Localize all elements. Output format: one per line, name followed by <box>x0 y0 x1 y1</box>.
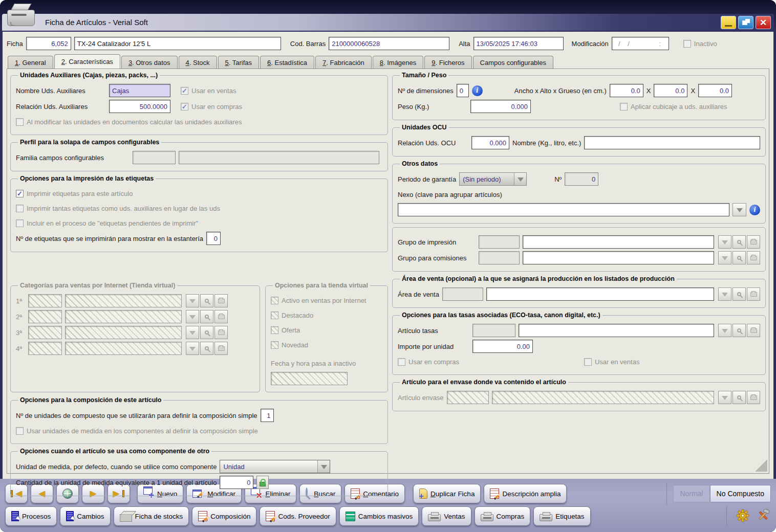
tab-tarifas[interactable]: 5. Tarifas <box>218 56 260 69</box>
tab-campos-configurables[interactable]: Campos configurables <box>473 56 553 69</box>
search-button[interactable] <box>732 251 746 264</box>
categoria-4-code-input[interactable] <box>28 342 62 355</box>
tab-fabricacion[interactable]: 7. Fabricación <box>315 56 372 69</box>
search-button[interactable] <box>732 235 746 249</box>
info-icon[interactable]: i <box>749 205 760 215</box>
info-icon[interactable]: i <box>472 85 483 96</box>
dropdown-button[interactable] <box>718 391 731 404</box>
dropdown-button[interactable] <box>718 251 731 264</box>
search-button[interactable] <box>732 324 746 337</box>
tab-ficheros[interactable]: 9. Ficheros <box>424 56 471 69</box>
unidad-medida-dropdown[interactable]: Unidad <box>220 460 330 473</box>
tools-icon[interactable] <box>757 509 771 524</box>
grupo-comisiones-name-input[interactable] <box>523 251 714 264</box>
usar-ventas-checkbox[interactable]: ✓ <box>181 87 188 95</box>
browse-button[interactable] <box>747 287 760 301</box>
descripcion-amplia-button[interactable]: Descripción amplia <box>484 484 567 503</box>
gear-icon[interactable] <box>736 509 749 524</box>
cubicaje-checkbox[interactable] <box>620 103 628 110</box>
dropdown-button[interactable] <box>718 287 731 301</box>
articulo-tasas-code-input[interactable] <box>472 324 515 337</box>
resize-grip[interactable] <box>755 459 767 472</box>
articulo-envase-code-input[interactable] <box>447 391 489 404</box>
cantidad-unidad-input[interactable]: 0 <box>220 476 253 489</box>
grupo-impresion-name-input[interactable] <box>523 235 714 249</box>
activo-internet-checkbox[interactable] <box>271 297 278 304</box>
search-button[interactable] <box>200 342 213 355</box>
garantia-dropdown[interactable]: (Sin periodo) <box>459 172 527 186</box>
articulo-tasas-name-input[interactable] <box>519 324 714 337</box>
dropdown-button[interactable] <box>186 310 199 323</box>
composicion-button[interactable]: Composición <box>192 506 256 526</box>
etiquetas-button[interactable]: Etiquetas <box>533 506 590 526</box>
browse-button[interactable] <box>214 294 228 307</box>
inactivo-checkbox[interactable] <box>683 40 691 48</box>
categoria-3-code-input[interactable] <box>28 326 62 339</box>
search-button[interactable] <box>732 391 746 404</box>
alta-field[interactable]: 13/05/2025 17:46:03 <box>473 37 564 50</box>
importe-unidad-input[interactable]: 0.00 <box>472 340 533 353</box>
search-button[interactable] <box>200 310 213 323</box>
usar-compras-checkbox[interactable]: ✓ <box>181 103 188 110</box>
peso-input[interactable]: 0.000 <box>470 100 531 113</box>
categoria-1-name-input[interactable] <box>65 294 182 307</box>
nexo-input[interactable] <box>398 203 729 216</box>
dropdown-button[interactable] <box>718 324 731 337</box>
compras-button[interactable]: Compras <box>475 506 531 526</box>
imprimir-tantas-checkbox[interactable] <box>16 205 24 212</box>
ancho-input[interactable]: 0.0 <box>610 84 643 97</box>
tab-imagenes[interactable]: 8. Imágenes <box>373 56 424 69</box>
tasas-usar-ventas-checkbox[interactable] <box>584 358 592 366</box>
cod-barras-field[interactable]: 2100000060528 <box>329 37 449 50</box>
tab-estadistica[interactable]: 6. Estadística <box>260 56 314 69</box>
tasas-usar-compras-checkbox[interactable] <box>398 358 405 366</box>
oferta-checkbox[interactable] <box>271 326 278 334</box>
duplicar-ficha-button[interactable]: Duplicar Ficha <box>413 484 481 503</box>
tab-general[interactable]: 1. General <box>8 56 53 69</box>
area-venta-code-input[interactable] <box>442 287 483 301</box>
browse-button[interactable] <box>747 391 760 404</box>
n-garantia-input[interactable]: 0 <box>565 172 598 186</box>
num-etiquetas-input[interactable]: 0 <box>206 232 221 245</box>
alto-input[interactable]: 0.0 <box>654 84 687 97</box>
categoria-2-name-input[interactable] <box>65 310 182 323</box>
nexo-dropdown-button[interactable] <box>732 203 746 216</box>
cambios-button[interactable]: Cambios <box>60 506 110 526</box>
incluir-proceso-checkbox[interactable] <box>16 219 24 227</box>
procesos-button[interactable]: Procesos <box>5 506 57 526</box>
categoria-4-name-input[interactable] <box>65 342 182 355</box>
browse-button[interactable] <box>214 310 228 323</box>
novedad-checkbox[interactable] <box>271 341 278 349</box>
search-button[interactable] <box>200 294 213 307</box>
dropdown-button[interactable] <box>718 235 731 249</box>
familia-campos-name-input[interactable] <box>179 151 379 164</box>
ficha-name-field[interactable]: TX-24 Catalizador 12'5 L <box>74 37 281 50</box>
grupo-comisiones-code-input[interactable] <box>479 251 520 264</box>
tab-caracteristicas[interactable]: 2. Características <box>54 54 120 69</box>
cambios-masivos-button[interactable]: Cambios masivos <box>339 506 419 526</box>
area-venta-name-input[interactable] <box>486 287 714 301</box>
lock-button[interactable] <box>256 476 269 489</box>
al-modificar-checkbox[interactable] <box>16 118 24 126</box>
num-dimensiones-input[interactable]: 0 <box>457 84 469 97</box>
browse-button[interactable] <box>747 235 760 249</box>
num-compuesto-input[interactable]: 1 <box>261 409 274 422</box>
browse-button[interactable] <box>747 324 760 337</box>
relacion-uds-input[interactable]: 500.0000 <box>109 100 170 113</box>
minimize-button[interactable] <box>721 16 736 29</box>
ficha-de-stocks-button[interactable]: Ficha de stocks <box>114 506 189 526</box>
dropdown-button[interactable] <box>186 294 199 307</box>
browse-button[interactable] <box>747 251 760 264</box>
browse-button[interactable] <box>214 326 228 339</box>
search-button[interactable] <box>732 287 746 301</box>
imprimir-etiquetas-checkbox[interactable]: ✓ <box>16 190 24 197</box>
browse-button[interactable] <box>214 342 228 355</box>
categoria-1-code-input[interactable] <box>28 294 62 307</box>
relacion-ocu-input[interactable]: 0.000 <box>471 136 509 149</box>
tab-stock[interactable]: 4. Stock <box>179 56 217 69</box>
ventas-button[interactable]: Ventas <box>422 506 471 526</box>
destacado-checkbox[interactable] <box>271 312 278 319</box>
grueso-input[interactable]: 0.0 <box>698 84 732 97</box>
nombre-uds-input[interactable]: Cajas <box>109 84 170 97</box>
familia-campos-code-input[interactable] <box>133 151 176 164</box>
